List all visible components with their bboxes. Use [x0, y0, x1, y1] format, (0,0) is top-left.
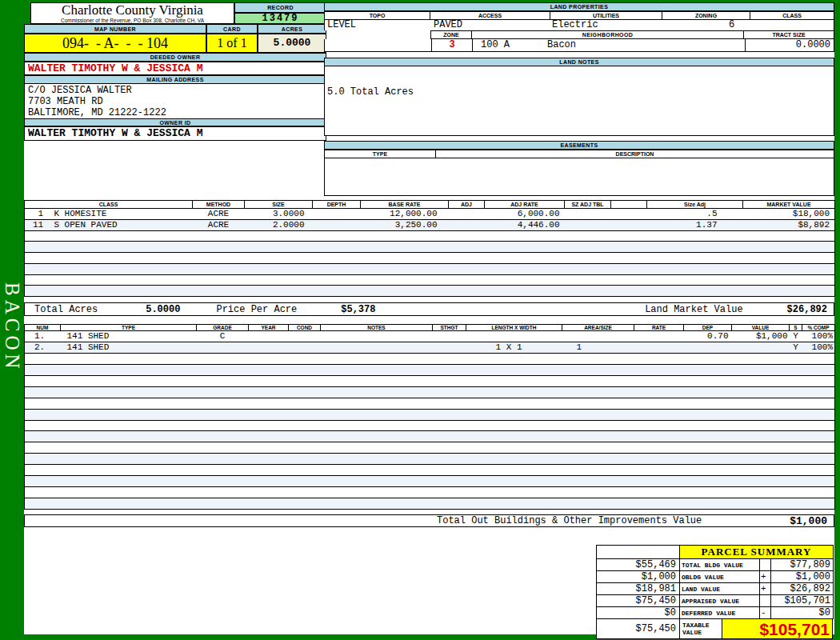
table-cell: [562, 487, 634, 498]
price-per-acre-label: Price Per Acre: [216, 304, 297, 315]
table-row: [25, 263, 835, 274]
table-cell: C: [197, 331, 249, 342]
table-cell: [485, 253, 565, 264]
total-acres-value: 5.0000: [146, 304, 180, 315]
table-cell: [321, 375, 433, 386]
table-cell: [790, 465, 802, 476]
table-cell: $8,892: [743, 219, 835, 230]
land-col-adj-rate: ADJ RATE: [485, 201, 565, 209]
table-cell: [562, 353, 634, 364]
table-cell: 1.37: [647, 219, 743, 230]
table-cell: [802, 465, 835, 476]
class-header: CLASS: [750, 11, 834, 20]
parcel-summary-table: PARCEL SUMMARY $55,469TOTAL BLDG VALUE$7…: [596, 545, 834, 619]
neighborhood-name: Bacon: [547, 39, 576, 52]
table-cell: [684, 375, 732, 386]
table-cell: [61, 420, 197, 431]
land-col-base-rate: BASE RATE: [361, 201, 449, 209]
table-cell: [611, 242, 647, 253]
table-cell: [25, 442, 61, 454]
taxable-value-row: $75,450 TAXABLE VALUE $105,701: [596, 619, 833, 639]
table-cell: [565, 286, 611, 297]
land-properties-title: LAND PROPERTIES: [324, 2, 834, 11]
table-row: [25, 242, 835, 253]
table-cell: [61, 398, 197, 409]
county-header: Charlotte County Virginia Commissioner o…: [30, 2, 234, 24]
table-cell: [249, 498, 289, 510]
table-cell: [289, 420, 321, 431]
table-cell: [684, 454, 732, 465]
table-cell: [193, 242, 245, 253]
table-cell: $18,000: [743, 209, 835, 220]
neighborhood-header: NEIGHBORHOOD: [472, 30, 744, 39]
spacer: [324, 30, 430, 39]
table-cell: [790, 487, 802, 498]
table-cell: +: [760, 583, 771, 595]
table-cell: [433, 364, 466, 375]
table-row: [25, 398, 835, 409]
card-label: CARD: [206, 24, 258, 34]
decorative-notch: [24, 2, 30, 24]
table-cell: [245, 263, 313, 274]
parcel-summary-title: PARCEL SUMMARY: [680, 546, 834, 559]
table-cell: [289, 364, 321, 375]
easement-type-header: TYPE: [324, 150, 436, 158]
table-row: [25, 353, 835, 364]
table-cell: [197, 353, 249, 364]
out-buildings-total-label: Total Out Buildings & Other Improvements…: [437, 515, 702, 526]
table-cell: [562, 386, 634, 398]
table-cell: [684, 431, 732, 442]
table-cell: [634, 375, 684, 386]
table-cell: [802, 498, 835, 510]
table-cell: [313, 219, 361, 230]
table-cell: [433, 342, 466, 353]
table-cell: [321, 442, 433, 454]
table-cell: [193, 263, 245, 274]
table-cell: +: [760, 571, 771, 583]
table-cell: [25, 353, 61, 364]
table-cell: [25, 476, 61, 487]
table-cell: [321, 342, 433, 353]
county-title: Charlotte County Virginia: [31, 3, 234, 18]
table-cell: [289, 342, 321, 353]
table-cell: [732, 342, 790, 353]
table-cell: [562, 420, 634, 431]
table-cell: [289, 476, 321, 487]
table-cell: [732, 498, 790, 510]
table-cell: [433, 375, 466, 386]
table-cell: [684, 364, 732, 375]
table-cell: [466, 420, 562, 431]
table-cell: [249, 465, 289, 476]
taxable-left-value: $75,450: [597, 619, 680, 638]
table-row: [25, 364, 835, 375]
table-cell: [61, 375, 197, 386]
taxable-value-amount: $105,701: [722, 619, 832, 638]
table-cell: [197, 386, 249, 398]
table-cell: [25, 454, 61, 465]
table-cell: [684, 342, 732, 353]
table-cell: [289, 375, 321, 386]
table-cell: [25, 364, 61, 375]
out-buildings-header-row: NUM TYPE GRADE YEAR COND NOTES STHGT LEN…: [25, 325, 835, 331]
table-cell: [802, 442, 835, 454]
table-cell: [197, 342, 249, 353]
ob-col-pct-comp: % COMP: [802, 325, 835, 331]
ob-col-sthgt: STHGT: [433, 325, 466, 331]
table-cell: [61, 353, 197, 364]
table-cell: [313, 274, 361, 286]
table-cell: ACRE: [193, 209, 245, 220]
table-cell: [732, 375, 790, 386]
table-cell: [743, 242, 835, 253]
ob-col-length-width: LENGTH X WIDTH: [466, 325, 562, 331]
table-row: $0DEFERRED VALUE-$0: [597, 607, 834, 619]
topo-value: LEVEL: [327, 20, 356, 30]
table-row: [25, 253, 835, 264]
table-cell: [611, 263, 647, 274]
table-cell: $26,892: [771, 583, 834, 595]
table-cell: [466, 442, 562, 454]
ob-col-type: TYPE: [61, 325, 197, 331]
table-row: [25, 487, 835, 498]
zone-neighborhood-headers: ZONE NEIGHBORHOOD TRACT SIZE: [324, 30, 834, 39]
table-cell: [321, 498, 433, 510]
table-cell: [684, 487, 732, 498]
